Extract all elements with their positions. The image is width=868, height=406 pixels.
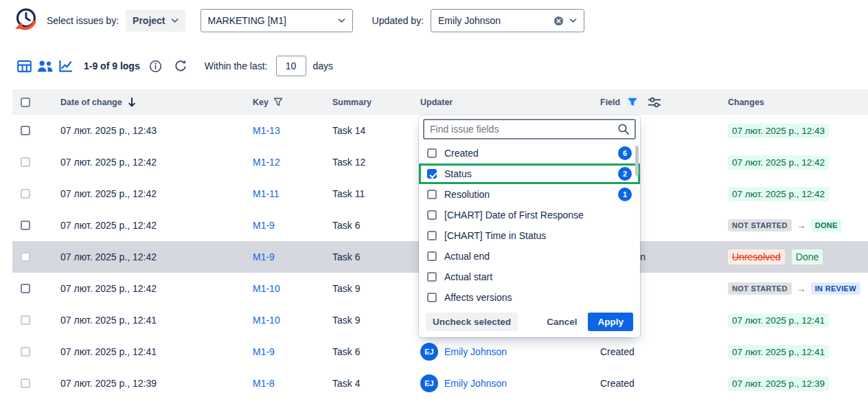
- issue-key-link[interactable]: M1-9: [253, 251, 275, 262]
- key-cell: M1-13: [253, 125, 332, 136]
- summary-cell: Task 6: [332, 220, 420, 231]
- option-count-badge: 2: [618, 167, 632, 181]
- column-header-updater: Updater: [420, 98, 600, 107]
- date-of-change-cell: 07 лют. 2025 р., 12:42: [60, 251, 253, 262]
- scrollbar-thumb[interactable]: [635, 146, 639, 176]
- chevron-down-icon: [171, 18, 179, 23]
- chart-view-icon[interactable]: [55, 56, 76, 76]
- column-header-summary: Summary: [332, 98, 420, 107]
- updater-avatar: EJ: [420, 343, 438, 361]
- changes-cell: 07 лют. 2025 р., 12:41: [728, 345, 868, 359]
- row-select-cell: [12, 315, 60, 325]
- row-select-cell: [12, 284, 60, 293]
- sort-descending-icon[interactable]: [127, 97, 137, 108]
- changes-cell: NOT STARTED→DONE: [728, 219, 868, 232]
- refresh-icon[interactable]: [172, 57, 190, 75]
- arrow-right-icon: →: [797, 220, 806, 231]
- field-filter-option[interactable]: Created6: [419, 143, 640, 163]
- cancel-button[interactable]: Cancel: [547, 317, 577, 327]
- row-checkbox[interactable]: [21, 157, 30, 167]
- clear-selection-icon[interactable]: [553, 16, 564, 26]
- row-checkbox[interactable]: [21, 221, 30, 230]
- apply-button[interactable]: Apply: [588, 313, 633, 331]
- option-checkbox[interactable]: [427, 210, 437, 220]
- column-label: Changes: [728, 98, 764, 107]
- option-checkbox[interactable]: [427, 190, 437, 199]
- row-checkbox[interactable]: [21, 252, 30, 262]
- option-label: Status: [444, 168, 610, 179]
- app-logo-icon: [11, 6, 40, 35]
- table-row[interactable]: 07 лют. 2025 р., 12:41M1-9Task 6EJEmily …: [12, 336, 868, 368]
- info-icon[interactable]: [147, 57, 165, 75]
- chevron-down-icon[interactable]: [569, 18, 577, 23]
- column-label: Date of change: [60, 98, 122, 107]
- row-select-cell: [12, 126, 60, 135]
- column-label: Updater: [420, 98, 453, 107]
- project-select[interactable]: MARKETING [M1]: [201, 9, 353, 32]
- summary-cell: Task 9: [332, 283, 420, 294]
- table-row[interactable]: 07 лют. 2025 р., 12:39M1-8Task 4EJEmily …: [12, 368, 868, 399]
- row-checkbox[interactable]: [21, 126, 30, 135]
- display-settings-icon[interactable]: [648, 97, 661, 108]
- date-of-change-cell: 07 лют. 2025 р., 12:39: [60, 378, 253, 389]
- select-all-checkbox[interactable]: [21, 98, 30, 107]
- updated-by-value: Emily Johnson: [438, 15, 501, 26]
- row-select-cell: [12, 157, 60, 167]
- field-search-input[interactable]: [423, 119, 636, 139]
- issue-key-link[interactable]: M1-11: [253, 188, 279, 199]
- row-select-cell: [12, 189, 60, 199]
- option-label: [CHART] Time in Status: [444, 230, 632, 241]
- option-checkbox[interactable]: [427, 231, 437, 240]
- issue-key-link[interactable]: M1-12: [253, 157, 280, 168]
- changes-cell: 07 лют. 2025 р., 12:41: [728, 313, 868, 328]
- group-view-icon[interactable]: [34, 56, 55, 76]
- field-filter-option[interactable]: Actual start: [419, 267, 640, 287]
- field-filter-option[interactable]: Actual end: [419, 246, 640, 267]
- updater-link[interactable]: Emily Johnson: [444, 346, 507, 357]
- row-checkbox[interactable]: [21, 284, 30, 293]
- days-input[interactable]: [276, 56, 306, 76]
- row-checkbox[interactable]: [21, 347, 30, 357]
- key-cell: M1-9: [253, 251, 332, 262]
- key-cell: M1-12: [253, 157, 332, 168]
- column-label: Summary: [332, 98, 372, 107]
- option-checkbox[interactable]: [427, 251, 437, 261]
- table-view-icon[interactable]: [14, 56, 34, 76]
- field-filter-option[interactable]: [CHART] Date of First Response: [419, 205, 640, 225]
- key-filter-icon[interactable]: [273, 98, 283, 106]
- row-checkbox[interactable]: [21, 315, 30, 325]
- row-select-cell: [12, 347, 60, 357]
- option-count-badge: 1: [618, 188, 632, 201]
- column-header-date-of-change[interactable]: Date of change: [60, 97, 253, 108]
- column-header-key[interactable]: Key: [253, 98, 332, 107]
- resolution-new-value: Done: [792, 249, 823, 264]
- change-date-value: 07 лют. 2025 р., 12:43: [728, 124, 829, 138]
- field-filter-icon[interactable]: [625, 95, 640, 109]
- uncheck-selected-button[interactable]: Uncheck selected: [426, 313, 518, 331]
- option-label: [CHART] Date of First Response: [444, 210, 632, 221]
- updater-link[interactable]: Emily Johnson: [444, 378, 507, 389]
- field-filter-option[interactable]: Affects versions: [419, 287, 640, 308]
- issue-key-link[interactable]: M1-10: [253, 315, 280, 326]
- option-checkbox[interactable]: [427, 293, 437, 302]
- issue-key-link[interactable]: M1-13: [253, 125, 280, 136]
- option-checkbox[interactable]: [427, 272, 437, 282]
- summary-cell: Task 14: [332, 125, 420, 136]
- field-filter-option[interactable]: Status2: [419, 163, 640, 184]
- status-from-badge: NOT STARTED: [728, 282, 792, 295]
- field-filter-option[interactable]: Resolution1: [419, 184, 640, 205]
- date-of-change-cell: 07 лют. 2025 р., 12:42: [60, 220, 253, 231]
- issue-source-dropdown[interactable]: Project: [126, 10, 185, 32]
- row-checkbox[interactable]: [21, 379, 30, 388]
- field-filter-option[interactable]: [CHART] Time in Status: [419, 225, 640, 246]
- issue-key-link[interactable]: M1-9: [253, 220, 275, 231]
- option-label: Actual end: [444, 251, 632, 262]
- issue-key-link[interactable]: M1-9: [253, 346, 275, 357]
- changes-cell: 07 лют. 2025 р., 12:42: [728, 155, 868, 170]
- option-checkbox[interactable]: [427, 148, 437, 158]
- option-checkbox[interactable]: [427, 169, 437, 179]
- updated-by-select[interactable]: Emily Johnson: [431, 9, 584, 32]
- issue-key-link[interactable]: M1-8: [253, 378, 275, 389]
- row-checkbox[interactable]: [21, 189, 30, 199]
- issue-key-link[interactable]: M1-10: [253, 283, 280, 294]
